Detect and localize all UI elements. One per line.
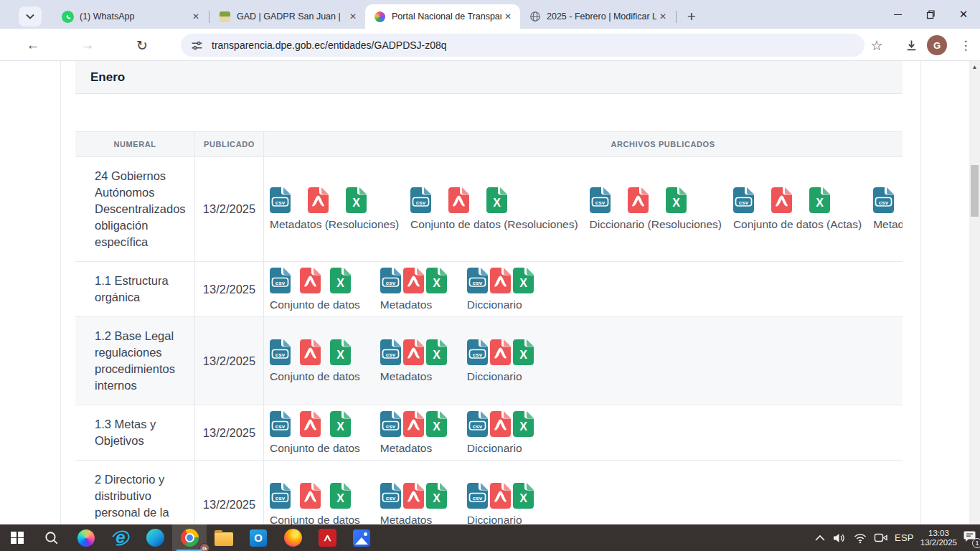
xls-file-icon[interactable]: X <box>330 483 351 509</box>
csv-file-icon[interactable]: csv <box>380 339 401 365</box>
pdf-file-icon[interactable] <box>403 483 424 509</box>
taskbar-file-explorer-button[interactable] <box>207 524 241 551</box>
file-group[interactable]: csvXConjunto de datos <box>270 335 360 387</box>
xls-file-icon[interactable]: X <box>330 411 351 437</box>
close-window-button[interactable]: ✕ <box>947 0 980 29</box>
browser-tab-3[interactable]: Portal Nacional de Transparenc✕ <box>365 4 520 29</box>
pdf-file-icon[interactable] <box>300 339 321 365</box>
taskbar-outlook-button[interactable]: O <box>241 524 275 551</box>
pdf-file-icon[interactable] <box>403 411 424 437</box>
xls-file-icon[interactable]: X <box>426 483 447 509</box>
tray-show-hidden-button[interactable] <box>814 534 826 542</box>
browser-tab-2[interactable]: GAD | GADPR San Juan |✕ <box>210 4 365 29</box>
pdf-file-icon[interactable] <box>300 483 321 509</box>
restore-button[interactable] <box>914 0 947 29</box>
pdf-file-icon[interactable] <box>300 411 321 437</box>
scroll-up-arrow[interactable]: ▲ <box>969 64 980 70</box>
xls-file-icon[interactable]: X <box>513 268 534 293</box>
csv-file-icon[interactable]: csv <box>467 268 488 293</box>
file-group[interactable]: csvXConjunto de datos <box>270 263 360 316</box>
file-group[interactable]: csvXDiccionario <box>467 263 534 316</box>
pdf-file-icon[interactable] <box>300 268 321 293</box>
pdf-file-icon[interactable] <box>490 483 511 509</box>
csv-file-icon[interactable]: csv <box>270 268 291 293</box>
page-scrollbar[interactable]: ▲ <box>969 61 980 524</box>
xls-file-icon[interactable]: X <box>426 411 447 437</box>
xls-file-icon[interactable]: X <box>330 268 351 293</box>
file-group[interactable]: csvXDiccionario <box>467 407 534 459</box>
taskbar-copilot-button[interactable] <box>69 524 103 551</box>
address-bar[interactable]: transparencia.dpe.gob.ec/entidades/GADPD… <box>181 34 864 57</box>
file-group[interactable]: csvXConjunto de datos <box>270 479 360 525</box>
file-group[interactable]: csvXConjunto de datos (Actas) <box>733 183 862 235</box>
file-group[interactable]: csvXDiccionario <box>467 335 534 387</box>
browser-tab-4[interactable]: 2025 - Febrero | Modificar LOTA✕ <box>520 4 675 29</box>
file-group[interactable]: csvXDiccionario <box>467 479 534 525</box>
xls-file-icon[interactable]: X <box>346 187 367 213</box>
scrollbar-thumb[interactable] <box>971 165 979 217</box>
xls-file-icon[interactable]: X <box>486 187 507 213</box>
xls-file-icon[interactable]: X <box>426 339 447 365</box>
tab-search-button[interactable] <box>19 6 42 27</box>
tray-network-button[interactable] <box>853 532 867 544</box>
browser-menu-button[interactable]: ⋮ <box>954 34 977 57</box>
csv-file-icon[interactable]: csv <box>467 411 488 437</box>
xls-file-icon[interactable]: X <box>666 187 687 213</box>
tab-close-button[interactable]: ✕ <box>189 10 202 23</box>
tray-meet-now-button[interactable] <box>874 532 888 543</box>
csv-file-icon[interactable]: csv <box>380 483 401 509</box>
tab-close-button[interactable]: ✕ <box>347 10 359 23</box>
back-button[interactable]: ← <box>22 34 44 57</box>
csv-file-icon[interactable]: csv <box>380 411 401 437</box>
pdf-file-icon[interactable] <box>403 339 424 365</box>
taskbar-chrome-button[interactable]: G <box>172 524 207 551</box>
xls-file-icon[interactable]: X <box>330 339 351 365</box>
csv-file-icon[interactable]: csv <box>410 187 431 213</box>
pdf-file-icon[interactable] <box>628 187 649 213</box>
new-tab-button[interactable]: + <box>682 6 702 27</box>
bookmark-star-button[interactable]: ☆ <box>865 34 888 57</box>
file-group[interactable]: csvXMetadatos <box>380 479 447 525</box>
taskbar-start-button[interactable] <box>0 524 34 551</box>
tab-close-button[interactable]: ✕ <box>501 10 514 23</box>
csv-file-icon[interactable]: csv <box>270 187 291 213</box>
pdf-file-icon[interactable] <box>490 268 511 293</box>
pdf-file-icon[interactable] <box>771 187 792 213</box>
reload-button[interactable]: ↻ <box>131 34 154 57</box>
csv-file-icon[interactable]: csv <box>270 411 291 437</box>
tray-language-indicator[interactable]: ESP <box>895 532 914 543</box>
browser-tab-1[interactable]: (1) WhatsApp✕ <box>53 4 208 29</box>
file-group[interactable]: csvXMetadatos <box>380 407 447 459</box>
xls-file-icon[interactable]: X <box>513 483 534 509</box>
file-group[interactable]: csvXMetadatos <box>380 335 447 387</box>
taskbar-edge-button[interactable] <box>138 524 172 551</box>
profile-avatar[interactable]: G <box>927 35 947 55</box>
taskbar-internet-explorer-button[interactable]: e <box>103 524 138 551</box>
csv-file-icon[interactable]: csv <box>270 339 291 365</box>
csv-file-icon[interactable]: csv <box>467 339 488 365</box>
xls-file-icon[interactable]: X <box>426 268 447 293</box>
forward-button[interactable]: → <box>76 34 99 57</box>
csv-file-icon[interactable]: csv <box>270 483 291 509</box>
file-group[interactable]: csvXMetadatos <box>380 263 447 316</box>
pdf-file-icon[interactable] <box>308 187 329 213</box>
csv-file-icon[interactable]: csv <box>873 187 894 213</box>
csv-file-icon[interactable]: csv <box>590 187 611 213</box>
pdf-file-icon[interactable] <box>448 187 469 213</box>
file-group[interactable]: csvXConjunto de datos (Resoluciones) <box>410 183 578 235</box>
taskbar-search-button[interactable] <box>34 524 69 551</box>
csv-file-icon[interactable]: csv <box>733 187 754 213</box>
csv-file-icon[interactable]: csv <box>467 483 488 509</box>
file-group[interactable]: csvXDiccionario (Resoluciones) <box>590 183 722 235</box>
xls-file-icon[interactable]: X <box>513 339 534 365</box>
downloads-button[interactable] <box>900 34 923 57</box>
pdf-file-icon[interactable] <box>490 339 511 365</box>
tray-volume-button[interactable] <box>832 532 847 544</box>
taskbar-acrobat-button[interactable] <box>310 524 344 551</box>
taskbar-firefox-button[interactable] <box>275 524 310 551</box>
xls-file-icon[interactable]: X <box>809 187 830 213</box>
file-group[interactable]: csvXConjunto de datos <box>270 407 360 459</box>
file-group[interactable]: csvXMetadatos (Resoluciones) <box>270 183 399 235</box>
tray-notifications-button[interactable]: 1 <box>963 530 977 545</box>
site-info-icon[interactable] <box>191 39 203 52</box>
